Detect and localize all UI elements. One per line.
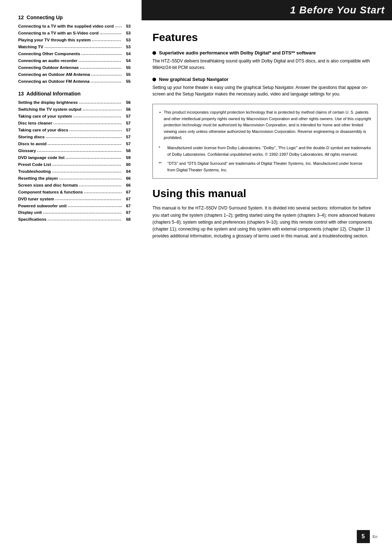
- toc-item-page: 56: [123, 106, 131, 113]
- section-13-title: Additional Information: [26, 91, 81, 97]
- toc-item-page: 67: [123, 189, 131, 195]
- page-number-area: 5 En: [357, 530, 377, 543]
- toc-section-13: 13 Additional Information Setting the di…: [18, 91, 131, 223]
- copyright-footnote-star: * Manufactured under license from Dolby …: [159, 145, 371, 158]
- toc-item-title: Connecting an Outdoor AM Antenna: [18, 72, 90, 78]
- section-13-number: 13: [18, 91, 24, 97]
- page-en-label: En: [373, 534, 377, 539]
- toc-item: Resetting the player66: [18, 175, 131, 182]
- toc-item: Connecting an Outdoor AM Antenna55: [18, 72, 131, 78]
- toc-item-dots: [79, 182, 122, 188]
- features-title: Features: [152, 31, 377, 44]
- section-12-number: 12: [18, 15, 24, 20]
- toc-item-title: Specifications: [18, 216, 46, 223]
- section-12-items: Connecting to a TV with the supplied vid…: [18, 23, 131, 84]
- toc-item-title: Connecting to a TV with an S-Video cord: [18, 30, 99, 36]
- toc-item-page: 57: [123, 120, 131, 126]
- toc-item-dots: [115, 23, 122, 29]
- toc-item: Glossary58: [18, 148, 131, 154]
- toc-item-page: 55: [123, 72, 131, 78]
- bullet-dot-dolby: [152, 51, 156, 55]
- copyright-box: This product incorporates copyright prot…: [152, 104, 377, 179]
- toc-item-dots: [53, 120, 122, 126]
- toc-item: Connecting an audio recorder54: [18, 58, 131, 64]
- toc-item-title: Display unit: [18, 209, 42, 216]
- section-13-heading: 13 Additional Information: [18, 91, 131, 97]
- toc-item: Screen sizes and disc formats66: [18, 182, 131, 188]
- toc-item-page: 58: [123, 148, 131, 154]
- toc-item-dots: [80, 65, 122, 70]
- toc-item-dots: [73, 113, 122, 119]
- toc-item-dots: [91, 78, 122, 84]
- toc-item-title: Switching the TV system output: [18, 106, 81, 113]
- right-column: 1 Before You Start Features Superlative …: [142, 0, 392, 554]
- toc-item-page: 53: [123, 23, 131, 29]
- page-number-box: 5: [357, 530, 370, 543]
- feature-dolby-heading: Superlative audio performance with Dolby…: [159, 50, 316, 56]
- toc-item-page: 67: [123, 209, 131, 216]
- toc-item-page: 53: [123, 44, 131, 50]
- toc-item-page: 64: [123, 168, 131, 175]
- feature-dolby-text: The HTZ–55DV delivers breathtaking sound…: [152, 58, 377, 71]
- using-text: This manual is for the HTZ–55DV DVD Surr…: [152, 205, 377, 240]
- toc-item-page: 57: [123, 127, 131, 133]
- toc-item-title: Powered subwoofer unit: [18, 203, 67, 209]
- toc-item-page: 67: [123, 203, 131, 209]
- toc-item-page: 57: [123, 141, 131, 147]
- toc-item-page: 54: [123, 58, 131, 64]
- feature-navigator-bullet: New graphical Setup Navigator: [152, 77, 377, 82]
- feature-navigator: New graphical Setup Navigator Setting up…: [152, 77, 377, 97]
- toc-item-dots: [81, 51, 122, 57]
- toc-item-dots: [55, 196, 122, 202]
- toc-item: Component features & functions67: [18, 189, 131, 195]
- section-12-title: Connecting Up: [26, 15, 63, 20]
- toc-item: Watching TV53: [18, 44, 131, 50]
- feature-dolby-bullet: Superlative audio performance with Dolby…: [152, 50, 377, 56]
- toc-item-dots: [79, 99, 122, 105]
- toc-item-dots: [44, 44, 122, 50]
- toc-item-dots: [52, 168, 122, 174]
- toc-item-title: Screen sizes and disc formats: [18, 182, 78, 188]
- toc-item-dots: [48, 216, 122, 222]
- toc-item-page: 56: [123, 99, 131, 106]
- toc-item: Setting the display brightness56: [18, 99, 131, 106]
- toc-item-title: Connecting an Outdoor FM Antenna: [18, 78, 90, 85]
- toc-item-dots: [79, 58, 122, 64]
- toc-item: Connecting Other Components54: [18, 51, 131, 57]
- toc-item-page: 57: [123, 134, 131, 140]
- toc-item-title: Playing your TV through this system: [18, 37, 91, 43]
- toc-item-title: Disc lens cleaner: [18, 120, 52, 126]
- toc-item-dots: [48, 141, 122, 147]
- page-container: 12 Connecting Up Connecting to a TV with…: [0, 0, 392, 554]
- toc-item-page: 55: [123, 78, 131, 85]
- toc-item: Connecting to a TV with the supplied vid…: [18, 23, 131, 29]
- toc-item-title: DVD language code list: [18, 155, 65, 161]
- toc-item-title: Taking care of your system: [18, 113, 72, 119]
- footnote-star-text: Manufactured under license from Dolby La…: [164, 145, 371, 158]
- toc-item-dots: [59, 175, 122, 181]
- toc-item: Disc lens cleaner57: [18, 120, 131, 126]
- toc-item-dots: [68, 203, 122, 209]
- toc-item-title: Connecting Other Components: [18, 51, 80, 57]
- left-column: 12 Connecting Up Connecting to a TV with…: [0, 0, 142, 554]
- copyright-main-item: This product incorporates copyright prot…: [159, 109, 371, 141]
- toc-item-title: Preset Code List: [18, 162, 51, 168]
- toc-item: Powered subwoofer unit67: [18, 203, 131, 209]
- toc-item: Connecting to a TV with an S-Video cord5…: [18, 30, 131, 36]
- toc-item-dots: [52, 162, 122, 167]
- toc-item: Specifications68: [18, 216, 131, 223]
- toc-item-dots: [92, 37, 122, 43]
- footnote-star-mark: *: [159, 145, 160, 151]
- toc-section-12: 12 Connecting Up Connecting to a TV with…: [18, 15, 131, 84]
- feature-navigator-heading: New graphical Setup Navigator: [159, 77, 228, 82]
- toc-item-dots: [46, 134, 122, 140]
- toc-item-page: 53: [123, 37, 131, 43]
- toc-item-page: 68: [123, 216, 131, 223]
- toc-item-page: 60: [123, 162, 131, 168]
- toc-item: Taking care of your discs57: [18, 127, 131, 133]
- feature-dolby: Superlative audio performance with Dolby…: [152, 50, 377, 71]
- toc-item-page: 67: [123, 196, 131, 202]
- toc-item-title: Component features & functions: [18, 189, 83, 195]
- toc-item-page: 53: [123, 30, 131, 36]
- toc-item-title: Connecting an audio recorder: [18, 58, 78, 64]
